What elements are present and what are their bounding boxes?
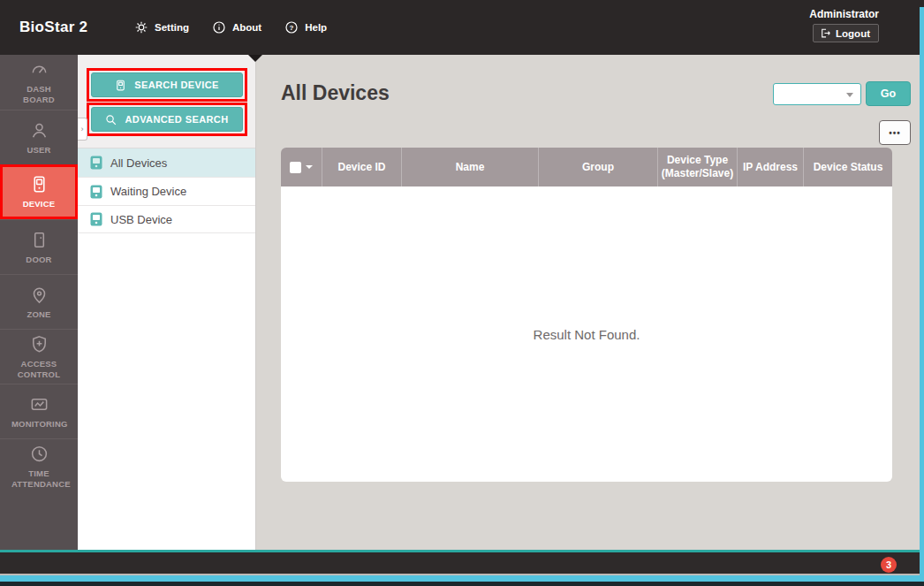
tree-item-all-devices[interactable]: All Devices bbox=[78, 148, 255, 177]
info-icon bbox=[212, 20, 226, 34]
device-panel-actions: SEARCH DEVICE ADVANCED SEARCH bbox=[78, 55, 255, 148]
empty-result-message: Result Not Found. bbox=[534, 327, 640, 342]
device-tree: All Devices Waiting Device bbox=[78, 148, 255, 233]
gear-icon bbox=[134, 20, 148, 34]
column-header-device-id: Device ID bbox=[322, 148, 402, 186]
menu-about[interactable]: About bbox=[212, 20, 261, 34]
page-title: All Devices bbox=[281, 81, 390, 105]
device-node-icon bbox=[90, 156, 102, 170]
annotation-box-search-device: SEARCH DEVICE bbox=[87, 68, 247, 102]
logout-button[interactable]: Logout bbox=[813, 24, 879, 42]
more-options-button[interactable]: ••• bbox=[879, 120, 911, 145]
menu-help[interactable]: ? Help bbox=[284, 20, 327, 34]
column-header-device-type: Device Type (Master/Slave) bbox=[658, 148, 738, 186]
sidebar-item-monitoring[interactable]: MONITORING bbox=[0, 384, 78, 438]
annotation-box-advanced-search: ADVANCED SEARCH bbox=[87, 103, 247, 136]
sidebar-label: TIME ATTENDANCE bbox=[11, 468, 66, 490]
tree-item-label: All Devices bbox=[110, 156, 167, 170]
sidebar-label: DEVICE bbox=[11, 199, 66, 209]
status-footer-bar: 3 bbox=[0, 550, 920, 574]
frame-highlight-right bbox=[920, 7, 924, 582]
sidebar-label: ZONE bbox=[11, 309, 66, 320]
svg-text:?: ? bbox=[290, 24, 294, 32]
menu-setting-label: Setting bbox=[155, 22, 189, 33]
search-filter-dropdown[interactable] bbox=[773, 83, 861, 105]
sidebar-label: DASH BOARD bbox=[11, 84, 66, 105]
advanced-search-label: ADVANCED SEARCH bbox=[125, 114, 228, 125]
sidebar-item-time-attendance[interactable]: TIME ATTENDANCE bbox=[0, 438, 78, 493]
select-all-checkbox[interactable] bbox=[290, 162, 301, 173]
logout-label: Logout bbox=[836, 28, 870, 39]
sidebar-label: ACCESS CONTROL bbox=[11, 359, 66, 380]
header-menu: Setting About ? bbox=[134, 0, 327, 55]
table-body: Result Not Found. bbox=[281, 186, 892, 482]
device-reader-icon bbox=[114, 79, 127, 92]
table-header-row: Device ID Name Group Device Type (Master… bbox=[281, 148, 892, 186]
tree-item-label: Waiting Device bbox=[110, 185, 186, 198]
sidebar-label: USER bbox=[11, 145, 66, 156]
select-menu-caret-icon[interactable] bbox=[306, 165, 313, 169]
main-sidebar: DASH BOARD USER bbox=[0, 55, 78, 550]
sidebar-label: DOOR bbox=[11, 255, 66, 265]
tree-item-waiting-device[interactable]: Waiting Device bbox=[78, 177, 255, 205]
sidebar-item-access-control[interactable]: ACCESS CONTROL bbox=[0, 329, 78, 384]
go-button[interactable]: Go bbox=[866, 81, 911, 106]
panel-collapse-handle[interactable]: › bbox=[78, 118, 87, 141]
question-icon: ? bbox=[284, 20, 299, 34]
chevron-down-icon bbox=[846, 93, 853, 97]
monitor-wave-icon bbox=[29, 394, 49, 415]
door-icon bbox=[29, 230, 49, 250]
magnifier-icon bbox=[104, 113, 117, 126]
menu-help-label: Help bbox=[305, 22, 327, 33]
column-header-group: Group bbox=[539, 148, 658, 186]
sidebar-item-device[interactable]: DEVICE bbox=[0, 164, 78, 219]
active-menu-pointer bbox=[248, 55, 262, 62]
shield-plus-icon bbox=[29, 334, 49, 354]
frame-edge-bottom bbox=[0, 582, 924, 586]
sidebar-label: MONITORING bbox=[11, 419, 66, 430]
app-logo[interactable]: BioStar 2 bbox=[19, 19, 87, 36]
pin-icon bbox=[29, 285, 49, 305]
device-node-icon bbox=[90, 212, 102, 226]
main-content: All Devices Go ••• Device ID Name Group … bbox=[256, 55, 920, 550]
tree-item-usb-device[interactable]: USB Device bbox=[78, 205, 255, 233]
tree-item-label: USB Device bbox=[110, 213, 172, 226]
logout-icon bbox=[820, 27, 831, 39]
user-icon bbox=[29, 120, 49, 141]
menu-about-label: About bbox=[232, 22, 261, 33]
logged-in-user: Administrator bbox=[809, 8, 879, 20]
user-area: Administrator Logout bbox=[809, 8, 879, 42]
clock-icon bbox=[29, 444, 49, 464]
sidebar-item-user[interactable]: USER bbox=[0, 110, 78, 164]
device-node-icon bbox=[90, 185, 102, 199]
top-header: BioStar 2 Setting bbox=[0, 0, 924, 55]
gauge-icon bbox=[29, 59, 49, 80]
frame-highlight-bottom bbox=[0, 575, 924, 582]
advanced-search-button[interactable]: ADVANCED SEARCH bbox=[91, 107, 243, 132]
column-header-device-status: Device Status bbox=[804, 148, 892, 186]
search-device-label: SEARCH DEVICE bbox=[134, 80, 219, 90]
search-device-button[interactable]: SEARCH DEVICE bbox=[91, 72, 243, 97]
app-body: DASH BOARD USER bbox=[0, 55, 920, 550]
notification-badge: 3 bbox=[881, 557, 897, 573]
sidebar-item-dashboard[interactable]: DASH BOARD bbox=[0, 55, 78, 110]
device-icon bbox=[29, 174, 49, 194]
select-all-cell bbox=[281, 148, 322, 186]
sidebar-item-zone[interactable]: ZONE bbox=[0, 274, 78, 329]
menu-setting[interactable]: Setting bbox=[134, 20, 189, 34]
devices-table: Device ID Name Group Device Type (Master… bbox=[281, 148, 892, 482]
column-header-ip-address: IP Address bbox=[738, 148, 804, 186]
device-tree-panel: SEARCH DEVICE ADVANCED SEARCH bbox=[78, 55, 256, 550]
column-header-name: Name bbox=[402, 148, 539, 186]
biostar2-window: BioStar 2 Setting bbox=[0, 0, 924, 586]
sidebar-item-door[interactable]: DOOR bbox=[0, 219, 78, 274]
